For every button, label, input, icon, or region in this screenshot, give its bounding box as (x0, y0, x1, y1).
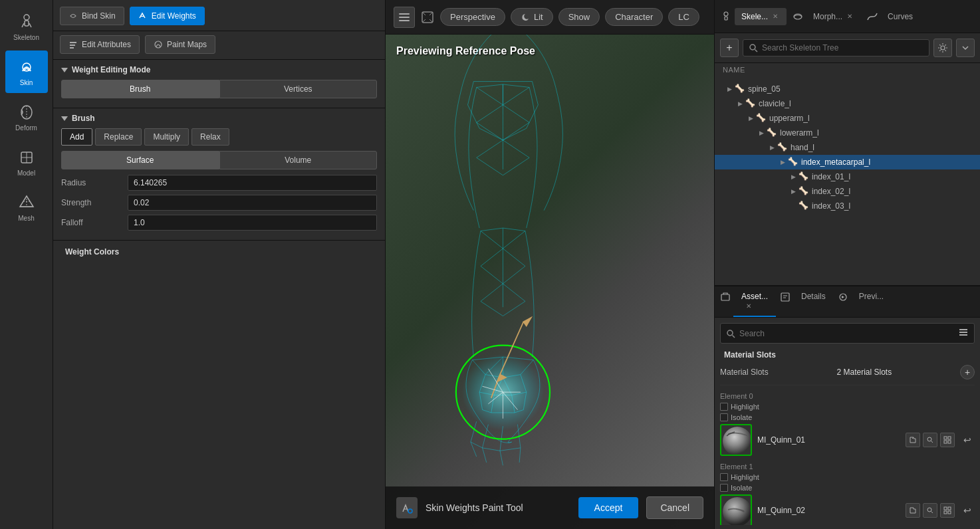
add-bone-button[interactable]: + (720, 39, 739, 57)
cancel-button[interactable]: Cancel (646, 496, 703, 519)
element-0-isolate-checkbox[interactable] (720, 413, 728, 421)
element-0-grid-button[interactable] (940, 433, 955, 447)
assets-tab-close[interactable]: ✕ (744, 301, 753, 310)
brush-mode-button[interactable]: Brush (61, 80, 219, 98)
svg-line-23 (503, 87, 529, 104)
character-button[interactable]: Character (605, 8, 663, 26)
accept-button[interactable]: Accept (578, 497, 639, 518)
element-0-highlight-checkbox[interactable] (720, 403, 728, 411)
skeleton-settings-button[interactable] (933, 39, 952, 57)
material-slots-count-value: 2 Material Slots (837, 368, 892, 377)
paint-maps-button[interactable]: Paint Maps (145, 35, 215, 54)
grid-icon-1 (943, 506, 951, 514)
tree-node-index-02-l[interactable]: ▶ 🦴 index_02_l (715, 184, 980, 199)
falloff-input[interactable] (128, 215, 377, 231)
tab-preview[interactable]: Previ... (851, 286, 892, 317)
replace-brush-button[interactable]: Replace (95, 128, 142, 146)
bone-icon-clavicle-l: 🦴 (745, 98, 756, 109)
assets-search-input[interactable] (739, 329, 954, 338)
multiply-brush-button[interactable]: Multiply (144, 128, 189, 146)
element-0-highlight-label: Highlight (731, 403, 759, 411)
skeleton-search-box (743, 39, 929, 56)
element-1-isolate-checkbox[interactable] (720, 484, 728, 492)
skeleton-tab-icon (720, 11, 732, 23)
svg-line-27 (503, 122, 529, 140)
element-1-find-button[interactable] (923, 503, 937, 518)
sidebar-item-model[interactable]: Model (5, 141, 48, 183)
tree-arrow-spine-05: ▶ (725, 85, 733, 93)
tree-node-hand-l[interactable]: ▶ 🦴 hand_l (715, 140, 980, 155)
tree-node-lowerarm-l[interactable]: ▶ 🦴 lowerarm_l (715, 126, 980, 140)
tree-node-index-03-l[interactable]: 🦴 index_03_l (715, 199, 980, 213)
skeleton-search-input[interactable] (762, 43, 923, 53)
weight-editing-mode-label: Weight Editing Mode (72, 65, 150, 74)
material-slots-label: Material Slots (724, 350, 776, 360)
left-sidebar: Skeleton Skin Deform Model Me (0, 0, 53, 529)
svg-rect-14 (70, 42, 76, 43)
element-0-find-button[interactable] (923, 433, 937, 447)
brush-section: Brush Add Replace Multiply Relax Surface… (53, 108, 385, 241)
element-1-highlight-checkbox[interactable] (720, 473, 728, 481)
svg-rect-96 (959, 332, 967, 333)
perspective-button[interactable]: Perspective (440, 8, 505, 26)
strength-input[interactable] (128, 195, 377, 211)
svg-point-106 (927, 508, 931, 512)
tab-skeleton[interactable]: Skele... ✕ (735, 8, 787, 25)
show-button[interactable]: Show (558, 8, 600, 26)
tab-details[interactable]: Details (793, 286, 834, 317)
hamburger-menu-button[interactable] (394, 7, 415, 28)
surface-button[interactable]: Surface (61, 151, 219, 169)
morph-icon (792, 11, 804, 23)
sidebar-item-skeleton[interactable]: Skeleton (5, 5, 48, 48)
edit-attributes-button[interactable]: Edit Attributes (60, 35, 140, 54)
svg-line-37 (503, 249, 525, 266)
svg-line-33 (503, 228, 525, 231)
assets-list-view-button[interactable] (958, 327, 969, 340)
element-1-undo-button[interactable]: ↩ (960, 503, 975, 518)
tab-assets[interactable]: Asset... ✕ (733, 286, 776, 317)
weight-editing-mode-section: Weight Editing Mode Brush Vertices (53, 60, 385, 108)
svg-line-29 (503, 140, 529, 158)
plus-icon: + (726, 42, 732, 54)
element-1-browse-button[interactable] (906, 503, 920, 518)
material-slots-count-label: Material Slots (720, 368, 769, 377)
sidebar-item-deform[interactable]: Deform (5, 96, 48, 138)
radius-input[interactable] (128, 175, 377, 191)
add-brush-button[interactable]: Add (61, 128, 92, 146)
tree-label-index-metacarpal-l: index_metacarpal_l (801, 158, 870, 167)
tab-morph[interactable]: Morph... ✕ (806, 8, 861, 25)
element-0-label: Element 0 (720, 392, 975, 400)
skeleton-tree: ▶ 🦴 spine_05 ▶ 🦴 clavicle_l ▶ 🦴 upperarm… (715, 76, 980, 285)
bone-icon-upperarm-l: 🦴 (756, 113, 767, 124)
lc-button[interactable]: LC (668, 8, 699, 26)
element-1-grid-button[interactable] (940, 503, 955, 518)
tree-node-index-01-l[interactable]: ▶ 🦴 index_01_l (715, 169, 980, 184)
assets-search-bar (720, 323, 975, 344)
tree-node-clavicle-l[interactable]: ▶ 🦴 clavicle_l (715, 96, 980, 111)
svg-line-35 (503, 231, 525, 249)
add-material-slot-button[interactable]: + (960, 365, 975, 379)
lc-label: LC (678, 12, 689, 22)
tab-curves[interactable]: Curves (881, 8, 919, 25)
bottom-tab-bar: Asset... ✕ Details Previ... (715, 286, 980, 318)
vertices-mode-button[interactable]: Vertices (219, 80, 378, 98)
sidebar-item-skin[interactable]: Skin (5, 51, 48, 93)
skeleton-options-button[interactable] (956, 39, 975, 57)
bind-skin-button[interactable]: Bind Skin (60, 7, 124, 25)
svg-point-105 (723, 497, 752, 525)
svg-rect-102 (948, 437, 951, 439)
tree-node-index-metacarpal-l[interactable]: ▶ 🦴 index_metacarpal_l (715, 155, 980, 169)
skeleton-tab-close[interactable]: ✕ (771, 12, 780, 21)
volume-button[interactable]: Volume (219, 151, 378, 169)
element-0-material-name: MI_Quinn_01 (757, 435, 900, 445)
lit-button[interactable]: Lit (511, 8, 553, 26)
element-0-undo-button[interactable]: ↩ (960, 433, 975, 447)
morph-tab-close[interactable]: ✕ (845, 12, 854, 21)
element-0-browse-button[interactable] (906, 433, 920, 447)
viewport-content[interactable]: Previewing Reference Pose (386, 35, 714, 529)
edit-weights-button[interactable]: Edit Weights (130, 7, 205, 25)
tree-node-spine-05[interactable]: ▶ 🦴 spine_05 (715, 82, 980, 96)
relax-brush-button[interactable]: Relax (191, 128, 229, 146)
sidebar-item-mesh[interactable]: Mesh (5, 186, 48, 229)
tree-node-upperarm-l[interactable]: ▶ 🦴 upperarm_l (715, 111, 980, 126)
